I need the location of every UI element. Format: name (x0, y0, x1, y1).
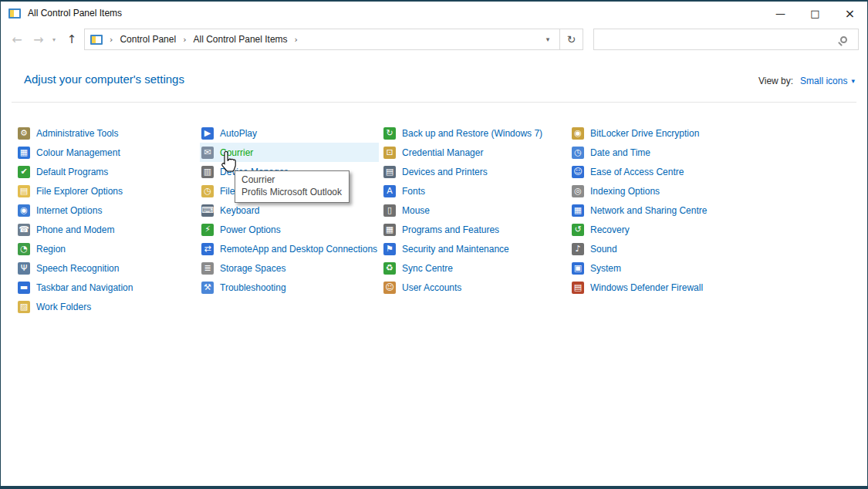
item-label: Programs and Features (402, 224, 499, 235)
breadcrumb-item-control-panel[interactable]: Control Panel (120, 34, 176, 45)
control-panel-item-file-explorer-options[interactable]: ▤File Explorer Options (16, 181, 195, 201)
search-box (593, 29, 859, 50)
back-icon[interactable]: ← (7, 25, 27, 54)
view-by-label: View by: (758, 76, 793, 86)
item-label: Windows Defender Firewall (590, 282, 703, 293)
navigation-toolbar: ← → ▾ ↑ › Control Panel › All Control Pa… (1, 25, 867, 54)
taskbar-and-navigation-icon: ▬ (18, 282, 30, 294)
control-panel-item-ease-of-access-centre[interactable]: ☺Ease of Access Centre (570, 162, 749, 181)
region-icon: ◔ (18, 243, 30, 255)
control-panel-item-troubleshooting[interactable]: ⚒Troubleshooting (200, 278, 379, 297)
fonts-icon: A (383, 185, 396, 197)
address-control-panel-icon (90, 35, 103, 45)
control-panel-item-devices-and-printers[interactable]: ▤Devices and Printers (382, 162, 561, 181)
remoteapp-desktop-connections-icon: ⇄ (201, 243, 214, 255)
item-label: Internet Options (36, 205, 102, 216)
view-by-dropdown[interactable]: Small icons ▾ (800, 76, 855, 86)
control-panel-item-keyboard[interactable]: ⌨Keyboard (200, 201, 379, 220)
control-panel-item-bitlocker-drive-encryption[interactable]: ◉BitLocker Drive Encryption (570, 123, 749, 143)
item-label: Back up and Restore (Windows 7) (402, 128, 542, 139)
item-label: Power Options (220, 224, 281, 235)
refresh-icon[interactable]: ↻ (559, 29, 583, 49)
item-label: Administrative Tools (36, 128, 119, 139)
item-label: Sync Centre (402, 263, 453, 274)
control-panel-item-sync-centre[interactable]: ♻Sync Centre (382, 258, 561, 278)
search-icon (840, 36, 847, 43)
close-button[interactable]: × (833, 2, 867, 25)
control-panel-item-autoplay[interactable]: ▶AutoPlay (200, 123, 379, 143)
storage-spaces-icon: ≣ (201, 262, 214, 275)
control-panel-item-speech-recognition[interactable]: ΨSpeech Recognition (16, 258, 195, 278)
device-manager-icon: ▥ (201, 166, 214, 178)
control-panel-item-programs-and-features[interactable]: ▦Programs and Features (382, 220, 561, 239)
control-panel-item-recovery[interactable]: ↺Recovery (570, 220, 749, 239)
up-icon[interactable]: ↑ (62, 25, 81, 54)
control-panel-item-credential-manager[interactable]: ⊡Credential Manager (382, 143, 561, 162)
item-label: Mouse (402, 205, 430, 216)
view-by-control: View by: Small icons ▾ (758, 76, 855, 86)
control-panel-item-user-accounts[interactable]: ☺User Accounts (382, 278, 561, 297)
indexing-options-icon: ◎ (572, 185, 584, 197)
items-grid: ⚙Administrative Tools▦Colour Management✔… (16, 123, 867, 486)
view-by-value: Small icons (800, 76, 847, 86)
control-panel-item-fonts[interactable]: AFonts (382, 181, 561, 201)
items-column-3: ↻Back up and Restore (Windows 7)⊡Credent… (382, 123, 561, 297)
mouse-icon: ▯ (383, 204, 396, 217)
control-panel-item-phone-and-modem[interactable]: ☎Phone and Modem (16, 220, 195, 239)
date-and-time-icon: ◷ (572, 147, 584, 159)
courrier-mail-icon: ✉ (201, 147, 214, 159)
minimize-button[interactable]: — (763, 2, 798, 25)
control-panel-item-power-options[interactable]: ⚡Power Options (200, 220, 379, 239)
window-title: All Control Panel Items (28, 8, 122, 19)
item-label: Phone and Modem (36, 224, 114, 235)
backup-and-restore-icon: ↻ (383, 127, 396, 140)
control-panel-item-date-and-time[interactable]: ◷Date and Time (570, 143, 749, 162)
file-history-icon: ◷ (201, 185, 214, 197)
address-bar[interactable]: › Control Panel › All Control Panel Item… (84, 29, 583, 50)
breadcrumb-separator: › (295, 35, 298, 45)
control-panel-item-remoteapp-desktop-connections[interactable]: ⇄RemoteApp and Desktop Connections (200, 239, 379, 258)
control-panel-item-internet-options[interactable]: ◉Internet Options (16, 201, 195, 220)
control-panel-item-network-and-sharing-centre[interactable]: ▦Network and Sharing Centre (570, 201, 749, 220)
control-panel-item-storage-spaces[interactable]: ≣Storage Spaces (200, 258, 379, 278)
breadcrumb-item-all-control-panel-items[interactable]: All Control Panel Items (194, 34, 288, 45)
item-label: Fonts (402, 186, 425, 197)
control-panel-item-default-programs[interactable]: ✔Default Programs (16, 162, 195, 181)
work-folders-icon: ▨ (18, 301, 30, 313)
window-controls: — □ × (763, 2, 867, 25)
item-label: Region (36, 244, 66, 255)
item-label: Taskbar and Navigation (36, 282, 133, 293)
item-label: User Accounts (402, 282, 461, 293)
item-label: File Explorer Options (36, 186, 123, 197)
control-panel-item-region[interactable]: ◔Region (16, 239, 195, 258)
speech-recognition-icon: Ψ (18, 262, 30, 275)
address-dropdown-icon[interactable]: ▾ (536, 29, 559, 49)
control-panel-item-colour-management[interactable]: ▦Colour Management (16, 143, 195, 162)
control-panel-item-security-and-maintenance[interactable]: ⚑Security and Maintenance (382, 239, 561, 258)
control-panel-item-sound[interactable]: ♪Sound (570, 239, 749, 258)
control-panel-item-work-folders[interactable]: ▨Work Folders (16, 297, 195, 316)
search-input[interactable] (600, 30, 840, 49)
control-panel-item-backup-and-restore[interactable]: ↻Back up and Restore (Windows 7) (382, 123, 561, 143)
control-panel-item-windows-defender-firewall[interactable]: ▤Windows Defender Firewall (570, 278, 749, 297)
internet-options-icon: ◉ (18, 204, 30, 217)
maximize-button[interactable]: □ (798, 2, 833, 25)
keyboard-icon: ⌨ (201, 204, 214, 217)
autoplay-icon: ▶ (201, 127, 214, 140)
item-label: Recovery (590, 224, 630, 235)
control-panel-item-indexing-options[interactable]: ◎Indexing Options (570, 181, 749, 201)
control-panel-item-mouse[interactable]: ▯Mouse (382, 201, 561, 220)
history-dropdown-icon[interactable]: ▾ (49, 25, 59, 54)
breadcrumb-separator: › (183, 35, 186, 45)
item-label: BitLocker Drive Encryption (590, 128, 699, 139)
devices-and-printers-icon: ▤ (383, 166, 396, 178)
page-title: Adjust your computer's settings (24, 73, 184, 86)
recovery-icon: ↺ (572, 224, 584, 236)
sync-centre-icon: ♻ (383, 262, 396, 275)
control-panel-item-system[interactable]: ▣System (570, 258, 749, 278)
control-panel-item-administrative-tools[interactable]: ⚙Administrative Tools (16, 123, 195, 143)
item-label: Devices and Printers (402, 167, 488, 177)
breadcrumb: › Control Panel › All Control Panel Item… (110, 34, 298, 45)
control-panel-item-taskbar-and-navigation[interactable]: ▬Taskbar and Navigation (16, 278, 195, 297)
forward-icon[interactable]: → (29, 25, 49, 54)
